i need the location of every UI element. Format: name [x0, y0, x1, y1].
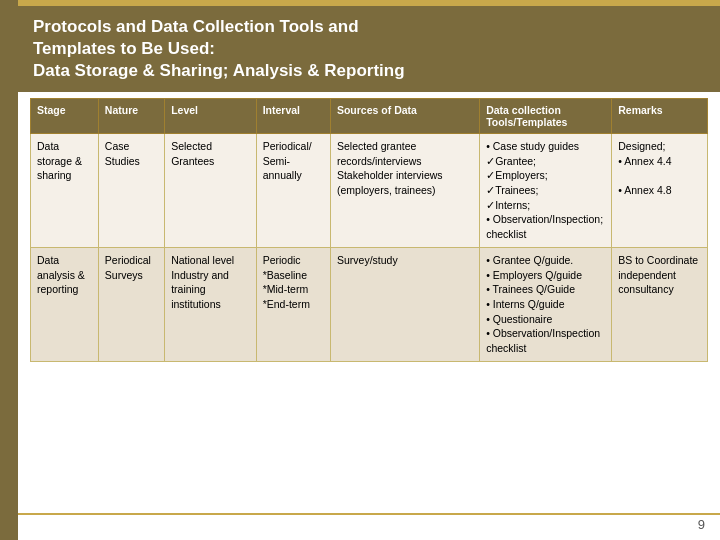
- cell-interval-2: Periodic*Baseline*Mid-term*End-term: [256, 247, 330, 361]
- cell-stage-1: Data storage & sharing: [31, 134, 99, 248]
- cell-tools-1: • Case study guides ✓Grantee; ✓Employers…: [480, 134, 612, 248]
- header-line3: Data Storage & Sharing; Analysis & Repor…: [33, 61, 405, 80]
- col-remarks: Remarks: [612, 99, 708, 134]
- cell-sources-1: Selected grantee records/interviews Stak…: [330, 134, 479, 248]
- table-row: Data analysis & reporting Periodical Sur…: [31, 247, 708, 361]
- cell-remarks-2: BS to Coordinate independent consultancy: [612, 247, 708, 361]
- left-decorative-bar: [0, 0, 18, 540]
- col-stage: Stage: [31, 99, 99, 134]
- header-line1: Protocols and Data Collection Tools and: [33, 17, 359, 36]
- col-tools: Data collection Tools/Templates: [480, 99, 612, 134]
- table-header-row: Stage Nature Level Interval Sources of D…: [31, 99, 708, 134]
- col-sources: Sources of Data: [330, 99, 479, 134]
- cell-remarks-1: Designed; • Annex 4.4 • Annex 4.8: [612, 134, 708, 248]
- page-header: Protocols and Data Collection Tools and …: [18, 6, 720, 92]
- col-nature: Nature: [98, 99, 164, 134]
- cell-level-2: National level Industry and training ins…: [165, 247, 257, 361]
- cell-stage-2: Data analysis & reporting: [31, 247, 99, 361]
- header-line2: Templates to Be Used:: [33, 39, 215, 58]
- main-content: Stage Nature Level Interval Sources of D…: [18, 90, 720, 370]
- cell-sources-2: Survey/study: [330, 247, 479, 361]
- cell-tools-2: • Grantee Q/guide. • Employers Q/guide •…: [480, 247, 612, 361]
- cell-interval-1: Periodical/ Semi-annually: [256, 134, 330, 248]
- cell-nature-2: Periodical Surveys: [98, 247, 164, 361]
- cell-level-1: Selected Grantees: [165, 134, 257, 248]
- header-title: Protocols and Data Collection Tools and …: [33, 16, 705, 82]
- col-level: Level: [165, 99, 257, 134]
- col-interval: Interval: [256, 99, 330, 134]
- page-container: Protocols and Data Collection Tools and …: [0, 0, 720, 540]
- data-table: Stage Nature Level Interval Sources of D…: [30, 98, 708, 362]
- cell-nature-1: Case Studies: [98, 134, 164, 248]
- bottom-accent-line: [18, 513, 720, 515]
- page-number: 9: [698, 517, 705, 532]
- table-row: Data storage & sharing Case Studies Sele…: [31, 134, 708, 248]
